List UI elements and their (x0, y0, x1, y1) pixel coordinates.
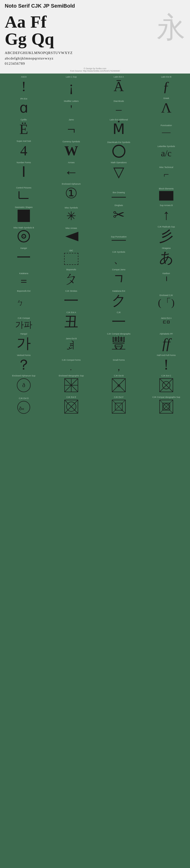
block-enclosed-cjk: Enclosed CJK (「) (143, 288, 190, 309)
block-control-pictures: Control Pictures (0, 181, 47, 202)
block-misc-symbols: Misc Symbols ✳ (47, 202, 95, 223)
digits: 0123456789 (5, 61, 185, 66)
block-sup-arrows-b: Sup Arrows B ↑ (143, 202, 190, 223)
block-half-full-forms: Half And Full Forms ！ (143, 352, 190, 373)
outlined-circle (112, 145, 125, 158)
block-hangul: Hangul 가 (0, 331, 47, 352)
block-small-forms: Small Forms ， (95, 352, 143, 373)
font-title: Noto Serif CJK JP SemiBold (5, 3, 185, 9)
svg-text:ð«: ð« (19, 405, 24, 411)
block-latin-ext-a: Latin Ext A Ā (95, 73, 143, 95)
block-cjk-ext-a: CJK Ext A 丑 (47, 309, 95, 331)
svg-marker-4 (65, 232, 78, 241)
block-geometric: Geometric Shapes (0, 202, 47, 223)
block-super-sub: Super And Sub 4 (0, 138, 47, 159)
block-jamo-ext-b: Jamo Ext B ힰ (47, 331, 95, 352)
box-corner-symbol (18, 190, 30, 199)
block-katakana-ext: Katakana Ext ク (95, 288, 143, 309)
uppercase-alphabet: ABCDEFGHIJKLMNOPQRSTUVWXYZ (5, 50, 185, 56)
big-cjk-char: 永 (157, 13, 185, 42)
block-punctuation: Punctuation — (143, 116, 190, 138)
big-latin-chars: Aa Ff Gg Qq (5, 13, 152, 48)
font-url: Font Source: http://www.fontke.com/font/… (70, 70, 120, 72)
big-char-gg: Gg (5, 30, 27, 48)
block-cjk-compat-forms: CJK Compat Forms ﹒ (47, 352, 95, 373)
block-kanbun: Kanbun ㆐ (143, 266, 190, 288)
block-arrows: Arrows ← (47, 159, 95, 181)
decorative-block-1: ð (16, 378, 31, 392)
block-cjk-compat-ideographs-sup: CJK Compat Ideographs Sup (143, 395, 190, 416)
block-vertical-forms: Vertical Forms ？ (0, 352, 47, 373)
decorative-block-8 (159, 400, 174, 414)
dashed-rectangle (64, 253, 78, 265)
svg-text:ð: ð (22, 382, 25, 388)
block-math-ops: Math Operations ▽ (95, 159, 143, 181)
block-hiragana: Hiragana あ (143, 245, 190, 266)
block-ipa: IPA Ext ɑ (0, 95, 47, 116)
block-misc-arrows: Misc Arrows (47, 223, 95, 245)
block-greek: Greek Λ (143, 95, 190, 116)
decorative-block-2 (64, 378, 78, 392)
big-char-qq: Qq (31, 30, 54, 48)
block-enclosed-alphanum-sup: Enclosed Alphanum Sup ð (0, 373, 47, 395)
black-square (17, 210, 30, 222)
character-grid: ASCII ! Latin-1 Sup ¡ Latin Ext A Ā Lati… (0, 73, 190, 416)
block-alphabetic-pf: Alphabetic PF ff (143, 331, 190, 352)
decorative-block-3: ⊗ (112, 378, 126, 392)
block-cjk-compat: CJK Compat 가파 (0, 309, 47, 331)
block-bopomofo: Bopomofo ㄆ (47, 266, 95, 288)
block-enclosed-alphanum: Enclosed Alphanum ① (47, 181, 95, 202)
block-cjk-symbols: CJK Symbols 、 (95, 245, 143, 266)
decorative-block-6 (64, 400, 78, 414)
block-cyrillic: Cyrillic Ë (0, 116, 47, 138)
big-char-aa: Aa (5, 13, 26, 30)
header: Noto Serif CJK JP SemiBold Aa Ff Gg Qq 永… (0, 0, 190, 73)
filled-arrow-left (64, 230, 78, 243)
block-letterlike: Letterlike Symbols a/c (143, 138, 190, 159)
dash-line (112, 239, 126, 242)
block-diacriticals: Diacriticals – (95, 95, 143, 116)
block-box-drawing: Box Drawing (95, 181, 143, 202)
block-enclosed-ideographic-sup: Enclosed Ideographic Sup (47, 373, 95, 395)
block-diacriticals-symbols: Diacriticals For Symbols (95, 138, 143, 159)
block-cjk-compat-ideographs: CJK Compat Ideographs 豐 (95, 331, 143, 352)
block-bopomofo-ext: Bopomofo Ext ㆴ (0, 288, 47, 309)
alphabet-section: ABCDEFGHIJKLMNOPQRSTUVWXYZ abcdefghijklm… (0, 49, 190, 67)
block-kangxi: Kangxi 一 (0, 245, 47, 266)
block-cjk-radicals: CJK Radicals Sup 彡 (143, 223, 190, 245)
svg-point-3 (23, 236, 24, 237)
block-compat-jamo: Compat Jamo ᆨ (95, 266, 143, 288)
filled-rect (159, 191, 174, 200)
block-cjk-ext-d: CJK Ext D ð« (0, 395, 47, 416)
decorative-block-4 (159, 378, 174, 392)
block-jamo: Jamo ¬ (47, 116, 95, 138)
big-chars-section: Aa Ff Gg Qq 永 (0, 11, 190, 49)
block-block-elements: Block Elements (143, 181, 190, 202)
lowercase-alphabet: abcdefghijklmnopqrstuvwxyz (5, 56, 185, 61)
block-misc-math-b: Misc Math Symbols B (0, 223, 47, 245)
block-misc-tech: Misc Technical ⌐ (143, 159, 190, 181)
block-idc: IDC (47, 245, 95, 266)
decorative-block-5: ð« (16, 401, 31, 414)
block-cjk: CJK 一 (95, 309, 143, 331)
block-cjk-ext-c: CJK Ext C (143, 373, 190, 395)
block-cjk-ext-b: CJK Ext B ⊗ (95, 373, 143, 395)
font-source: © Design by fontke.com Font Source: http… (0, 67, 190, 73)
big-char-ff: Ff (30, 13, 46, 30)
bullseye-symbol (17, 230, 30, 243)
block-modifier: Modifier Letters ' (47, 95, 95, 116)
block-latin-ext-additional: Latin Ext Additional Ṁ (95, 116, 143, 138)
block-latin-ext-b: Latin Ext B ƒ (143, 73, 190, 95)
block-cjk-strokes: CJK Strokes ㇐ (47, 288, 95, 309)
sun-symbol: ✳ (66, 210, 76, 222)
block-cjk-ext-e: CJK Ext E (47, 395, 95, 416)
box-drawing-char (112, 195, 126, 199)
block-cjk-ext-f: CJK Ext F ¬ (95, 395, 143, 416)
block-katakana: Katakana ＝ (0, 266, 47, 288)
block-dingbats: Dingbats ✂ (95, 202, 143, 223)
block-ascii: ASCII ! (0, 73, 47, 95)
copyright: © Design by fontke.com (84, 67, 106, 70)
block-jamo-ext-a: Jamo Ext A ꥠ (143, 309, 190, 331)
block-latin1sup: Latin-1 Sup ¡ (47, 73, 95, 95)
block-sup-punctuation: Sup Punctuation (95, 223, 143, 245)
